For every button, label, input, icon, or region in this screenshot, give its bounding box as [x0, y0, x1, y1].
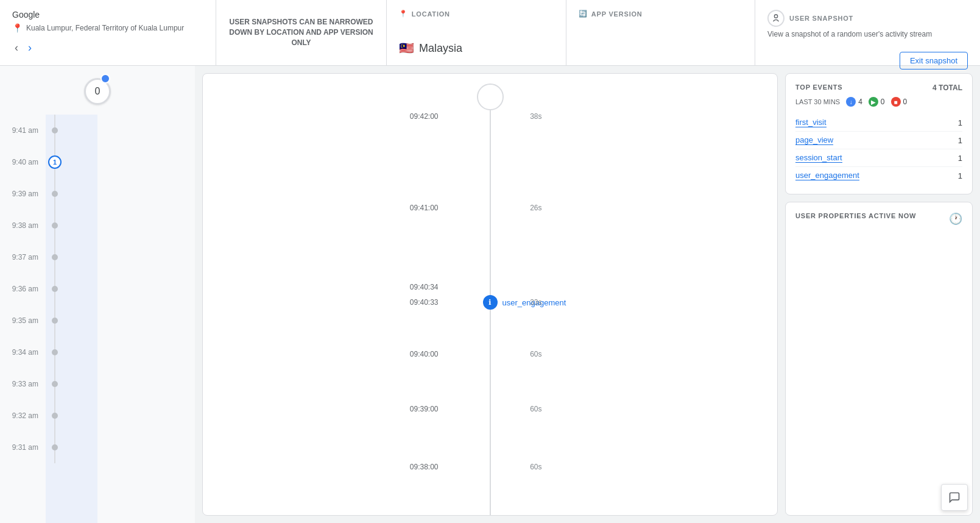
location-label: 📍 LOCATION	[399, 10, 554, 18]
time-label: 9:38 am	[0, 221, 46, 230]
event-time-09-38: 09:38:00	[410, 463, 439, 471]
green-stat: ▶ 0	[869, 97, 885, 107]
narrow-text: USER SNAPSHOTS CAN BE NARROWED DOWN BY L…	[228, 17, 374, 48]
right-panel: TOP EVENTS 4 TOTAL LAST 30 MINS ↓ 4 ▶ 0 …	[785, 66, 980, 523]
top-bar: Google 📍 Kuala Lumpur, Federal Territory…	[0, 0, 980, 66]
user-props-title: USER PROPERTIES ACTIVE NOW	[795, 212, 916, 219]
total-badge: 4 TOTAL	[932, 84, 962, 92]
session-start-link[interactable]: session_start	[795, 153, 842, 163]
timeline-dot	[52, 191, 58, 197]
app-version-card: 🔄 APP VERSION	[566, 0, 755, 65]
prev-arrow-button[interactable]: ‹	[12, 40, 21, 55]
timeline-dot-area	[46, 368, 64, 400]
red-events-icon: ■	[891, 97, 901, 107]
event-time-09-41: 09:41:00	[410, 204, 439, 212]
location-icon-label: 📍	[399, 10, 408, 18]
timeline-dot-area	[46, 241, 64, 273]
event-list-item: page_view 1	[795, 132, 962, 149]
history-icon[interactable]: 🕐	[949, 212, 962, 226]
event-time-09-40-34: 09:40:34	[410, 283, 439, 291]
timeline-dot	[52, 127, 58, 133]
timeline-dot-area	[46, 336, 64, 368]
time-label: 9:32 am	[0, 411, 46, 420]
timeline-item: 9:34 am	[0, 336, 195, 368]
page-view-link[interactable]: page_view	[795, 135, 833, 145]
timeline-item: 9:37 am	[0, 241, 195, 273]
timeline-dot-area: 1	[46, 146, 64, 178]
event-duration-60s-3: 60s	[530, 463, 541, 471]
timeline-dot-area	[46, 432, 64, 463]
stream-events: 09:42:00 38s 09:41:00 26s 09:40:34 09:40…	[203, 110, 777, 515]
time-label: 9:37 am	[0, 253, 46, 262]
event-duration-38s: 38s	[530, 112, 541, 121]
location-row: 🇲🇾 Malaysia	[399, 41, 554, 55]
event-list-item: user_engagement 1	[795, 167, 962, 184]
blue-events-icon: ↓	[846, 97, 856, 107]
blue-count: 4	[858, 98, 862, 106]
top-events-header: TOP EVENTS 4 TOTAL	[795, 84, 962, 92]
event-list: first_visit 1 page_view 1 session_start …	[795, 114, 962, 184]
timeline-dot	[52, 222, 58, 229]
event-duration-33s: 33s	[530, 298, 541, 307]
user-engagement-node[interactable]: ℹ	[483, 295, 498, 310]
main-content: 0 9:41 am 9:40 am 1 9:39	[0, 66, 980, 523]
svg-point-0	[774, 15, 777, 18]
timeline-dot-area	[46, 210, 64, 241]
stream-top-circle	[477, 84, 504, 110]
time-label: 9:34 am	[0, 348, 46, 357]
page-view-count: 1	[958, 136, 962, 145]
timeline-item: 9:32 am	[0, 400, 195, 432]
user-snapshot-title: USER SNAPSHOT	[789, 15, 853, 22]
chat-button[interactable]	[941, 484, 968, 511]
event-time-09-40-33: 09:40:33	[410, 298, 439, 307]
top-events-title: TOP EVENTS	[795, 84, 842, 91]
google-card: Google 📍 Kuala Lumpur, Federal Territory…	[0, 0, 216, 65]
top-events-card: TOP EVENTS 4 TOTAL LAST 30 MINS ↓ 4 ▶ 0 …	[785, 73, 973, 194]
narrow-card: USER SNAPSHOTS CAN BE NARROWED DOWN BY L…	[216, 0, 387, 65]
time-label: 9:35 am	[0, 316, 46, 325]
user-snapshot-header: USER SNAPSHOT	[767, 10, 968, 27]
timeline-item: 9:39 am	[0, 178, 195, 210]
timeline-dot	[52, 413, 58, 419]
timeline-item: 9:36 am	[0, 273, 195, 305]
green-events-icon: ▶	[869, 97, 878, 107]
timeline-item: 9:35 am	[0, 305, 195, 336]
center-stream: 09:42:00 38s 09:41:00 26s 09:40:34 09:40…	[202, 73, 778, 516]
session-start-count: 1	[958, 154, 962, 163]
app-version-icon: 🔄	[579, 10, 588, 18]
timeline-list: 9:41 am 9:40 am 1 9:39 am	[0, 115, 195, 523]
event-duration-26s: 26s	[530, 204, 541, 212]
time-label: 9:31 am	[0, 443, 46, 452]
event-time-09-40: 09:40:00	[410, 350, 439, 358]
timeline-item: 9:40 am 1	[0, 146, 195, 178]
timeline-dot	[52, 444, 58, 450]
country-name: Malaysia	[419, 42, 462, 55]
timeline-dot-active: 1	[48, 155, 62, 169]
timeline-dot-area	[46, 273, 64, 305]
time-label: 9:36 am	[0, 285, 46, 293]
time-label: 9:41 am	[0, 126, 46, 135]
user-engagement-link[interactable]: user_engagement	[795, 171, 859, 180]
next-arrow-button[interactable]: ›	[26, 40, 34, 55]
timeline-dot	[52, 318, 58, 324]
timeline-dot-area	[46, 178, 64, 210]
user-engagement-count: 1	[958, 171, 962, 180]
location-card: 📍 LOCATION 🇲🇾 Malaysia	[387, 0, 566, 65]
user-snapshot-desc: View a snapshot of a random user's activ…	[767, 29, 968, 40]
timeline-dot	[52, 381, 58, 387]
timeline-dot	[52, 349, 58, 355]
timeline-counter: 0	[84, 78, 111, 105]
app-version-label: 🔄 APP VERSION	[579, 10, 742, 18]
event-list-item: session_start 1	[795, 149, 962, 167]
event-duration-60s-2: 60s	[530, 405, 541, 413]
malaysia-flag-icon: 🇲🇾	[399, 41, 414, 55]
red-count: 0	[903, 98, 908, 106]
google-title: Google	[12, 10, 203, 20]
red-stat: ■ 0	[891, 97, 908, 107]
event-time-09-39: 09:39:00	[410, 405, 439, 413]
timeline-dot-area	[46, 115, 64, 146]
timeline-dot	[52, 286, 58, 292]
first-visit-link[interactable]: first_visit	[795, 118, 827, 127]
nav-arrows: ‹ ›	[12, 40, 203, 55]
event-time-09-42: 09:42:00	[410, 112, 439, 121]
